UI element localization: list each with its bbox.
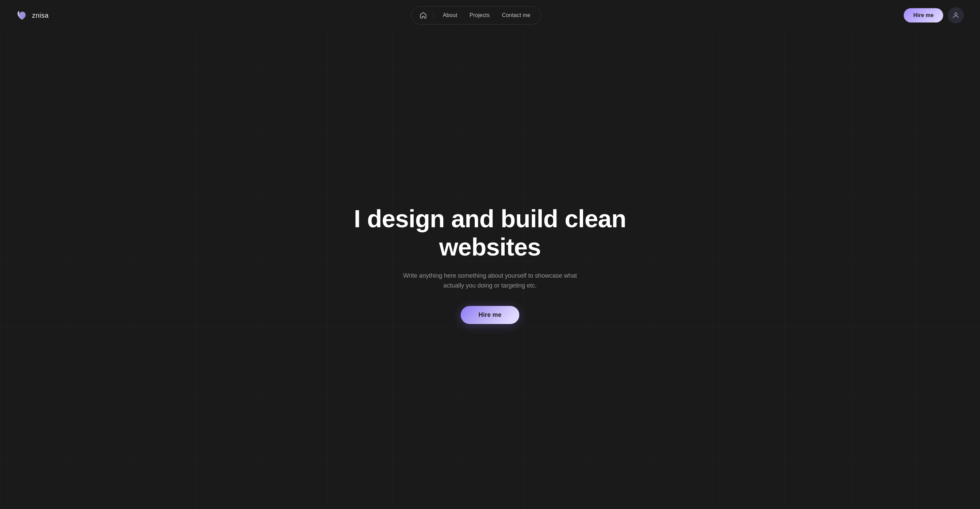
nav-actions: Hire me [904,8,964,23]
nav-about-link[interactable]: About [438,10,462,21]
hero-section: I design and build clean websites Write … [0,31,980,509]
nav-contact-link[interactable]: Contact me [497,10,535,21]
nav-pill: About Projects Contact me [411,6,541,24]
nav-home-button[interactable] [417,9,430,21]
avatar-button[interactable] [948,8,964,23]
hire-me-hero-button[interactable]: Hire me [461,306,519,324]
navbar: znisa About Projects Contact me Hire me [0,0,980,31]
brand-name: znisa [32,11,49,19]
nav-divider [433,12,434,19]
hero-subtitle: Write anything here something about your… [395,271,585,291]
logo[interactable]: znisa [16,9,49,21]
home-icon [420,11,427,19]
hero-title: I design and build clean websites [337,205,643,261]
nav-projects-link[interactable]: Projects [465,10,495,21]
logo-icon [16,9,29,21]
svg-point-1 [955,13,957,15]
user-icon [952,11,959,19]
hire-me-nav-button[interactable]: Hire me [904,8,943,22]
